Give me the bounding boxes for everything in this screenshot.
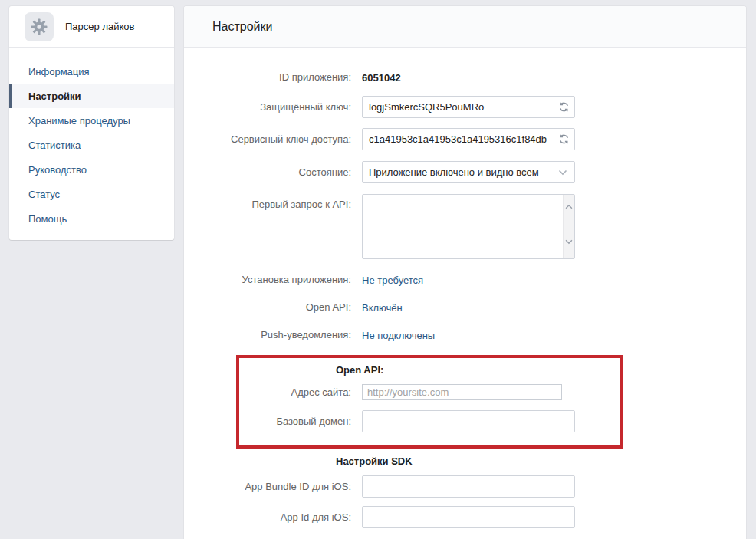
panel-header: Настройки [184,6,746,48]
secure-key-row: Защищённый ключ: [184,96,746,118]
push-row: Push-уведомления: Не подключены [184,329,746,341]
app-id-value: 6051042 [362,72,401,84]
install-row: Установка приложения: Не требуется [184,274,746,286]
open-api-value-link[interactable]: Включён [362,302,403,314]
state-row: Состояние: Приложение включено и видно в… [184,161,746,183]
refresh-icon [558,101,570,113]
chevron-down-icon [558,169,567,176]
state-select[interactable]: Приложение включено и видно всем [362,161,575,183]
ios-app-id-label: App Id для iOS: [184,511,351,524]
ios-bundle-label: App Bundle ID для iOS: [184,481,351,493]
settings-panel: Настройки ID приложения: 6051042 Защищён… [184,6,746,539]
sdk-section-heading-row: Настройки SDK [184,455,746,467]
sidebar-item-statistics[interactable]: Статистика [9,133,174,157]
app-id-row: ID приложения: 6051042 [184,71,746,84]
first-api-request-row: Первый запрос к API: [184,194,746,259]
ios-app-id-input[interactable] [362,506,575,528]
app-icon-box [25,12,54,41]
first-api-request-textarea[interactable] [362,194,575,259]
sidebar-app-header: Парсер лайков [9,6,174,48]
state-label: Состояние: [184,166,351,179]
push-value-link[interactable]: Не подключены [362,330,435,341]
app-name: Парсер лайков [65,21,134,32]
secure-key-input[interactable] [362,96,575,118]
base-domain-label: Базовый домен: [184,416,351,428]
textarea-scrollbar[interactable] [563,195,574,258]
sidebar-menu: Информация Настройки Хранимые процедуры … [9,48,174,240]
sidebar-item-guide[interactable]: Руководство [9,157,174,182]
chevron-up-icon[interactable] [565,204,574,209]
open-api-section-heading: Open API: [336,364,383,376]
sidebar-item-help[interactable]: Помощь [9,206,174,231]
refresh-icon [558,133,570,145]
base-domain-row: Базовый домен: [184,410,746,432]
page: Парсер лайков Информация Настройки Храни… [0,0,756,539]
service-key-label: Сервисный ключ доступа: [184,133,351,146]
open-api-label: Open API: [184,301,351,314]
settings-form: ID приложения: 6051042 Защищённый ключ: [184,48,746,528]
service-key-row: Сервисный ключ доступа: [184,128,746,150]
sidebar-item-stored-procedures[interactable]: Хранимые процедуры [9,108,174,133]
site-address-input[interactable] [362,384,562,400]
sidebar-item-information[interactable]: Информация [9,59,174,84]
site-address-row: Адрес сайта: [184,384,746,400]
app-id-label: ID приложения: [184,71,351,84]
install-label: Установка приложения: [184,274,351,286]
open-api-row: Open API: Включён [184,301,746,314]
secure-key-label: Защищённый ключ: [184,101,351,113]
page-title: Настройки [212,20,272,34]
sidebar-item-settings[interactable]: Настройки [9,84,174,108]
state-select-value: Приложение включено и видно всем [369,166,539,178]
service-key-input[interactable] [362,128,575,150]
refresh-secure-key-button[interactable] [557,101,570,113]
open-api-section-heading-row: Open API: [184,364,746,376]
sdk-section-heading: Настройки SDK [336,455,413,467]
first-api-request-label: Первый запрос к API: [184,194,351,211]
install-value-link[interactable]: Не требуется [362,274,423,286]
site-address-label: Адрес сайта: [184,386,351,399]
chevron-down-icon[interactable] [565,239,574,245]
ios-bundle-input[interactable] [362,475,575,498]
ios-app-id-row: App Id для iOS: [184,506,746,528]
ios-bundle-row: App Bundle ID для iOS: [184,475,746,498]
push-label: Push-уведомления: [184,329,351,341]
sidebar-item-status[interactable]: Статус [9,182,174,206]
base-domain-input[interactable] [362,410,575,432]
sidebar: Парсер лайков Информация Настройки Храни… [9,6,174,240]
gear-icon [31,18,48,35]
refresh-service-key-button[interactable] [557,133,570,146]
